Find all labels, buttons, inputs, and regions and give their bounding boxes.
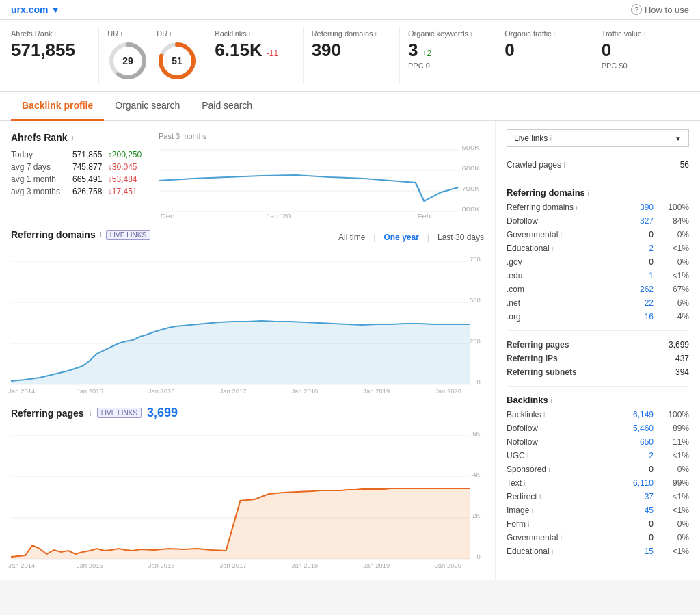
traffic-value-label: Traffic value i: [602, 29, 681, 38]
ref-domain-pct: 67%: [662, 285, 689, 294]
ref-domain-value: 0: [649, 230, 654, 239]
referring-domains-value: 390: [312, 40, 391, 60]
svg-text:700K: 700K: [461, 185, 480, 192]
backlink-value[interactable]: 650: [640, 437, 654, 447]
metric-ur: UR i 29: [107, 29, 148, 81]
list-item: Referring pages 3,699: [507, 338, 689, 352]
backlinks-value: 6.15K: [215, 40, 262, 60]
ahrefs-rank-chart-label: Past 3 months: [159, 132, 484, 140]
svg-text:0: 0: [476, 379, 480, 386]
table-row: avg 7 days 745,877 ↓30,045: [11, 161, 148, 173]
crawled-pages-info[interactable]: i: [563, 161, 565, 169]
ref-domain-value[interactable]: 390: [640, 202, 654, 212]
traffic-value-value: 0: [602, 40, 681, 60]
svg-text:Jan 2014: Jan 2014: [8, 562, 35, 569]
svg-text:2K: 2K: [472, 512, 481, 519]
backlink-pct: 89%: [662, 423, 689, 433]
dropdown-label: Live links i: [514, 133, 552, 143]
backlink-pct: <1%: [662, 506, 689, 515]
crawled-pages-row: Crawled pages i 56: [507, 158, 689, 172]
list-item: Educational i 15 <1%: [507, 545, 689, 558]
ref-domain-value[interactable]: 2: [649, 244, 654, 253]
svg-text:51: 51: [172, 55, 183, 66]
ur-info[interactable]: i: [120, 29, 122, 38]
traffic-value-sub: PPC $0: [602, 62, 681, 70]
ref-domain-value[interactable]: 22: [645, 298, 654, 308]
ref-domain-pct: <1%: [662, 271, 689, 280]
backlink-value[interactable]: 37: [645, 492, 654, 501]
dropdown-icon[interactable]: ▼: [51, 4, 60, 15]
dropdown-select[interactable]: Live links i ▼: [507, 129, 689, 147]
list-item: .org 16 4%: [507, 310, 689, 324]
svg-text:Jan 2020: Jan 2020: [435, 562, 461, 569]
filter-one-year[interactable]: One year: [383, 233, 418, 242]
ref-domain-label: Educational i: [507, 244, 553, 253]
organic-keywords-value: 3: [408, 40, 418, 60]
rank-change: ↓53,484: [108, 173, 148, 185]
organic-traffic-info[interactable]: i: [554, 29, 555, 38]
backlink-value: 0: [649, 464, 654, 474]
traffic-value-info[interactable]: i: [644, 29, 645, 38]
tab-organic-search[interactable]: Organic search: [104, 92, 191, 121]
referring-pages-info[interactable]: i: [90, 409, 92, 417]
backlink-value[interactable]: 2: [649, 451, 654, 460]
svg-text:Jan 2016: Jan 2016: [148, 562, 175, 569]
ref-domain-label: .net: [507, 298, 520, 308]
backlink-value[interactable]: 6,149: [633, 410, 654, 419]
ur-gauge: 29: [107, 40, 148, 81]
metric-backlinks: Backlinks i 6.15K -11: [206, 27, 303, 84]
svg-text:Jan 2017: Jan 2017: [220, 388, 247, 395]
list-item: Dofollow i 5,460 89%: [507, 421, 689, 435]
right-backlinks: Backlinks i Backlinks i 6,149 100% Dofol…: [507, 395, 689, 558]
organic-keywords-info[interactable]: i: [470, 29, 472, 38]
ahrefs-rank-info[interactable]: i: [55, 29, 56, 38]
svg-text:4K: 4K: [472, 471, 481, 478]
backlink-value[interactable]: 45: [645, 506, 654, 515]
dr-info[interactable]: i: [170, 29, 171, 38]
ref-domain-value[interactable]: 16: [645, 312, 654, 322]
organic-keywords-label: Organic keywords i: [408, 29, 487, 38]
filter-all-time[interactable]: All time: [338, 233, 365, 242]
ahrefs-rank-section-info[interactable]: i: [71, 133, 73, 142]
dropdown-arrow-icon: ▼: [675, 135, 682, 142]
svg-text:500K: 500K: [461, 144, 480, 151]
ref-domain-pct: 0%: [662, 230, 689, 239]
svg-text:Jan 2018: Jan 2018: [291, 562, 318, 569]
site-name[interactable]: urx.com ▼: [11, 4, 60, 15]
backlink-pct: 11%: [662, 437, 689, 447]
metric-organic-traffic: Organic traffic i 0: [496, 27, 593, 84]
ref-domain-value[interactable]: 1: [649, 271, 654, 280]
list-item: Nofollow i 650 11%: [507, 435, 689, 449]
svg-text:Jan '20: Jan '20: [266, 213, 291, 220]
referring-domains-section: Referring domains i LIVE LINKS All time …: [11, 229, 484, 395]
backlink-pct: 100%: [662, 410, 689, 419]
backlinks-info[interactable]: i: [249, 29, 250, 38]
tab-backlink-profile[interactable]: Backlink profile: [11, 92, 104, 121]
svg-marker-41: [11, 488, 470, 559]
rank-value: 626,758: [72, 185, 108, 198]
ref-domain-label: .com: [507, 285, 524, 294]
rank-period: Today: [11, 148, 72, 161]
how-to-use-link[interactable]: ? How to use: [631, 4, 689, 15]
filter-last-30-days[interactable]: Last 30 days: [438, 233, 484, 242]
other-stat-value: 394: [675, 367, 689, 377]
live-links-dropdown[interactable]: Live links i ▼: [507, 129, 689, 147]
divider-1: [507, 179, 689, 179]
list-item: .gov 0 0%: [507, 255, 689, 269]
backlink-pct: 0%: [662, 519, 689, 529]
backlink-value[interactable]: 15: [645, 547, 654, 556]
svg-text:500: 500: [470, 297, 481, 304]
ref-domain-label: Referring domains i: [507, 202, 578, 212]
tab-paid-search[interactable]: Paid search: [191, 92, 263, 121]
how-to-use-text: How to use: [645, 5, 689, 15]
referring-domains-section-info[interactable]: i: [100, 231, 102, 239]
referring-domains-chart-container: 750 500 250 0 Jan 2014 Jan 2015: [11, 251, 484, 395]
svg-text:6K: 6K: [472, 430, 481, 437]
ref-domain-value[interactable]: 327: [640, 216, 654, 226]
referring-domains-info[interactable]: i: [375, 29, 377, 38]
svg-text:29: 29: [123, 55, 134, 66]
ref-domain-value[interactable]: 262: [640, 285, 654, 294]
backlink-value[interactable]: 5,460: [633, 423, 654, 433]
backlink-value[interactable]: 6,110: [633, 478, 654, 488]
metric-ahrefs-rank: Ahrefs Rank i 571,855: [11, 27, 99, 84]
